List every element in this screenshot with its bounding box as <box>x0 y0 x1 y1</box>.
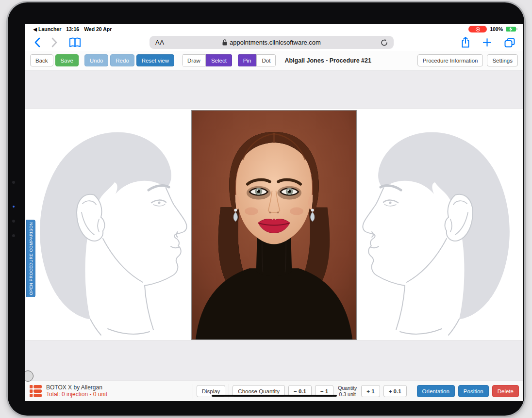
screen-recording-indicator[interactable] <box>468 26 487 32</box>
product-bricks-icon <box>29 385 42 398</box>
battery-percent: 100% <box>490 26 503 32</box>
pin-dot-toggle: Pin Dot <box>238 54 276 66</box>
tabs-overview-icon[interactable] <box>504 38 515 48</box>
select-button[interactable]: Select <box>206 54 232 66</box>
selected-product-item[interactable]: BOTOX X by Allergan Total: 0 injection -… <box>29 385 107 398</box>
quantity-label: Quantity <box>338 385 357 391</box>
profile-diagram-right[interactable] <box>357 113 517 337</box>
patient-photo[interactable] <box>191 110 357 340</box>
product-bottom-bar: BOTOX X by Allergan Total: 0 injection -… <box>25 381 523 401</box>
settings-button[interactable]: Settings <box>487 54 518 66</box>
procedure-information-button[interactable]: Procedure Information <box>417 54 483 66</box>
open-procedure-comparison-tab[interactable]: OPEN PROCEDURE COMPARISON <box>26 220 35 297</box>
dot-button[interactable]: Dot <box>256 54 276 66</box>
procedure-workspace: OPEN PROCEDURE COMPARISON <box>25 70 523 381</box>
bookmarks-icon[interactable] <box>69 37 81 48</box>
annotation-canvas[interactable] <box>25 109 523 340</box>
comparison-tab-label: OPEN PROCEDURE COMPARISON <box>29 222 33 295</box>
product-total: Total: 0 injection - 0 unit <box>46 391 107 398</box>
profile-diagram-left[interactable] <box>32 113 192 337</box>
screenshot-stage: ◀ Launcher 13:16 Wed 20 Apr 100% <box>0 0 532 418</box>
share-icon[interactable] <box>461 37 470 48</box>
position-button[interactable]: Position <box>458 385 489 397</box>
quantity-value: 0.3 unit <box>339 391 356 398</box>
divider <box>193 384 193 399</box>
draw-button[interactable]: Draw <box>182 54 206 66</box>
draw-select-toggle: Draw Select <box>182 54 232 66</box>
browser-back-icon[interactable] <box>34 37 40 48</box>
save-button[interactable]: Save <box>55 54 79 66</box>
increase-0-1-button[interactable]: + 0.1 <box>383 385 407 397</box>
undo-button[interactable]: Undo <box>84 54 109 66</box>
ios-status-bar: ◀ Launcher 13:16 Wed 20 Apr 100% <box>25 24 523 34</box>
redo-button[interactable]: Redo <box>110 54 134 66</box>
text-size-button[interactable]: AA <box>155 39 164 46</box>
battery-icon <box>506 27 516 32</box>
browser-forward-icon[interactable] <box>51 37 58 48</box>
orientation-button[interactable]: Orientation <box>417 385 455 397</box>
back-button[interactable]: Back <box>30 54 53 66</box>
bezel-camera-dot <box>12 220 15 223</box>
tablet-frame: ◀ Launcher 13:16 Wed 20 Apr 100% <box>8 2 524 416</box>
lock-icon <box>222 39 227 46</box>
back-to-launcher-link[interactable]: ◀ Launcher <box>33 26 61 32</box>
new-tab-icon[interactable] <box>482 38 492 47</box>
product-name: BOTOX X by Allergan <box>46 385 107 391</box>
procedure-toolbar: Back Save Undo Redo Reset view Draw Sele… <box>25 51 523 70</box>
patient-photo-image <box>192 111 356 339</box>
bezel-camera-dot <box>12 234 15 237</box>
delete-button[interactable]: Delete <box>492 385 519 397</box>
quantity-readout: Quantity 0.3 unit <box>337 385 358 397</box>
horizontal-scrollbar[interactable] <box>212 395 337 397</box>
reset-view-button[interactable]: Reset view <box>136 54 174 66</box>
status-date: Wed 20 Apr <box>84 26 112 32</box>
charging-bolt-icon <box>509 27 513 32</box>
increase-1-button[interactable]: + 1 <box>361 385 380 397</box>
safari-toolbar: AA appointments.clinicsoftware.com <box>25 34 523 51</box>
tablet-screen: ◀ Launcher 13:16 Wed 20 Apr 100% <box>25 24 523 401</box>
page-title: Abigail Jones - Procedure #21 <box>284 57 371 64</box>
pin-button[interactable]: Pin <box>238 54 257 66</box>
reload-icon[interactable] <box>381 39 388 47</box>
bezel-indicator-dot <box>13 206 15 208</box>
status-time: 13:16 <box>66 26 79 32</box>
address-bar[interactable]: AA appointments.clinicsoftware.com <box>150 36 394 49</box>
recording-icon <box>476 27 480 32</box>
url-text: appointments.clinicsoftware.com <box>230 39 321 46</box>
bezel-camera-dot <box>12 181 15 184</box>
